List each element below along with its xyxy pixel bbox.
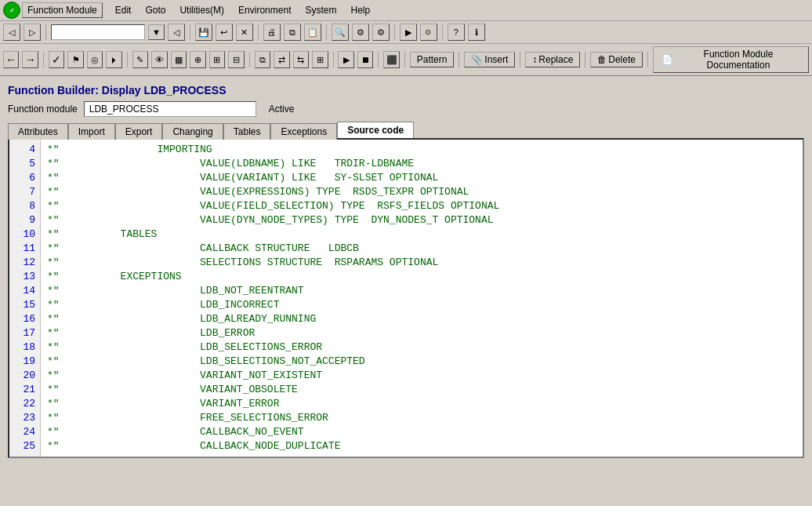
debug-button[interactable]: ⛭ <box>420 24 437 41</box>
run-button[interactable]: ▶ <box>338 51 353 68</box>
line-number: 4 <box>14 143 35 157</box>
line-number: 20 <box>14 369 35 383</box>
menu-system[interactable]: System <box>302 3 339 17</box>
code-area[interactable]: 45678910111213141516171819202122232425 *… <box>8 138 804 458</box>
test-button[interactable]: ⏵ <box>106 51 121 68</box>
stop-button[interactable]: ⏹ <box>357 51 373 68</box>
page-button[interactable]: ⊞ <box>312 51 328 68</box>
code-line: *" VARIANT_ERROR <box>47 397 796 411</box>
delete-button[interactable]: 🗑Delete <box>590 52 643 67</box>
menu-environment[interactable]: Environment <box>235 3 294 17</box>
sep1 <box>45 24 46 40</box>
line-number: 16 <box>14 312 35 326</box>
code-line: *" VALUE(VARIANT) LIKE SY-SLSET OPTIONAL <box>47 171 796 185</box>
fm-value: LDB_PROCESS <box>84 101 256 117</box>
line-number: 13 <box>14 270 35 284</box>
expand-button[interactable]: ⊟ <box>228 51 244 68</box>
cancel-button[interactable]: ✕ <box>236 24 253 41</box>
line-number: 6 <box>14 171 35 185</box>
edit-button[interactable]: ✎ <box>132 51 148 68</box>
line-number: 14 <box>14 284 35 298</box>
copy-button[interactable]: ⧉ <box>284 24 301 41</box>
code-line: *" VALUE(DYN_NODE_TYPES) TYPE DYN_NODES_… <box>47 213 796 228</box>
line-number: 25 <box>14 439 35 453</box>
line-numbers: 45678910111213141516171819202122232425 <box>9 140 41 457</box>
sep13 <box>459 52 459 67</box>
layout-button[interactable]: ▦ <box>171 51 187 68</box>
back-nav-button[interactable]: ◁ <box>3 24 20 41</box>
menu-help[interactable]: Help <box>347 3 373 17</box>
copy2-button[interactable]: ⧉ <box>255 51 270 68</box>
sep4 <box>326 24 327 40</box>
check-button[interactable]: ✓ <box>49 51 64 68</box>
activate-button[interactable]: ◎ <box>87 51 103 68</box>
code-line: *" CALLBACK_NODE_DUPLICATE <box>47 439 796 453</box>
search-button[interactable]: 🔍 <box>332 24 349 41</box>
forward-nav-button[interactable]: ▷ <box>24 24 41 41</box>
fm-label: Function module <box>8 104 78 115</box>
menu-goto[interactable]: Goto <box>142 3 169 17</box>
sep2 <box>190 24 190 40</box>
dropdown-button[interactable]: ▼ <box>148 24 165 40</box>
code-line: *" TABLES <box>47 228 796 242</box>
where-used-button[interactable]: ⊕ <box>190 51 205 68</box>
command-field[interactable] <box>51 24 145 40</box>
replace-button[interactable]: ↕Replace <box>525 52 580 67</box>
line-number: 12 <box>14 256 35 270</box>
filter-button[interactable]: ⚙ <box>352 24 369 41</box>
code-line: *" CALLBACK_NO_EVENT <box>47 425 796 439</box>
insert-button[interactable]: 📎Insert <box>464 52 515 67</box>
nav3-button[interactable]: ⇆ <box>293 51 309 68</box>
tab-tables[interactable]: Tables <box>223 123 271 140</box>
code-line: *" CALLBACK STRUCTURE LDBCB <box>47 242 796 256</box>
menu-utilities[interactable]: Utilities(M) <box>176 3 227 17</box>
sep14 <box>520 52 520 67</box>
pattern-button[interactable]: Pattern <box>410 52 455 67</box>
code-lines: *" IMPORTING*" VALUE(LDBNAME) LIKE TRDIR… <box>41 140 803 457</box>
code-container: 45678910111213141516171819202122232425 *… <box>9 140 803 457</box>
tab-source-code[interactable]: Source code <box>337 122 414 138</box>
code-line: *" LDB_INCORRECT <box>47 298 796 312</box>
code-line: *" FREE_SELECTIONS_ERROR <box>47 411 796 425</box>
line-number: 5 <box>14 157 35 171</box>
help-button[interactable]: ? <box>448 24 465 41</box>
menu-bar-left: ✓ Function Module <box>3 2 103 19</box>
print-button[interactable]: 🖨 <box>263 24 281 41</box>
sep12 <box>404 52 405 67</box>
info-button[interactable]: ℹ <box>468 24 485 41</box>
toolbar2: ← → ✓ ⚑ ◎ ⏵ ✎ 👁 ▦ ⊕ ⊞ ⊟ ⧉ ⇄ ⇆ ⊞ ▶ ⏹ ⬛ Pa… <box>0 44 812 76</box>
nav2-button[interactable]: ⇄ <box>274 51 289 68</box>
tab-import[interactable]: Import <box>68 123 115 140</box>
code-line: *" VALUE(FIELD_SELECTION) TYPE RSFS_FIEL… <box>47 199 796 213</box>
line-number: 9 <box>14 213 35 228</box>
sep11 <box>378 52 379 67</box>
tab-changing[interactable]: Changing <box>162 123 223 140</box>
sep9 <box>249 52 250 67</box>
sep3 <box>258 24 259 40</box>
line-number: 18 <box>14 340 35 355</box>
line-number: 7 <box>14 185 35 199</box>
more-button[interactable]: ⊞ <box>209 51 225 68</box>
sep10 <box>333 52 334 67</box>
main-panel: Function Builder: Display LDB_PROCESS Fu… <box>0 76 812 463</box>
breakpoint-button[interactable]: ⬛ <box>383 51 399 68</box>
prev-button[interactable]: ◁ <box>168 24 185 41</box>
sep16 <box>647 52 648 67</box>
function-module-row: Function module LDB_PROCESS Active <box>8 101 804 117</box>
line-number: 21 <box>14 383 35 397</box>
back-button[interactable]: ← <box>3 51 19 68</box>
tab-attributes[interactable]: Attributes <box>8 123 68 140</box>
menu-edit[interactable]: Edit <box>112 3 135 17</box>
tab-export[interactable]: Export <box>115 123 163 140</box>
local-check-button[interactable]: ⚑ <box>67 51 83 68</box>
function-module-menu[interactable]: Function Module <box>22 2 103 18</box>
save-button[interactable]: 💾 <box>195 24 212 41</box>
paste-button[interactable]: 📋 <box>304 24 321 41</box>
documentation-button[interactable]: 📄Function Module Documentation <box>653 46 809 73</box>
fwd-button[interactable]: → <box>22 51 38 68</box>
tab-exceptions[interactable]: Exceptions <box>270 123 337 140</box>
display-button[interactable]: 👁 <box>151 51 167 68</box>
execute-button[interactable]: ▶ <box>400 24 417 41</box>
shortcut-button[interactable]: ↩ <box>216 24 233 41</box>
settings-button[interactable]: ⚙ <box>372 24 390 41</box>
